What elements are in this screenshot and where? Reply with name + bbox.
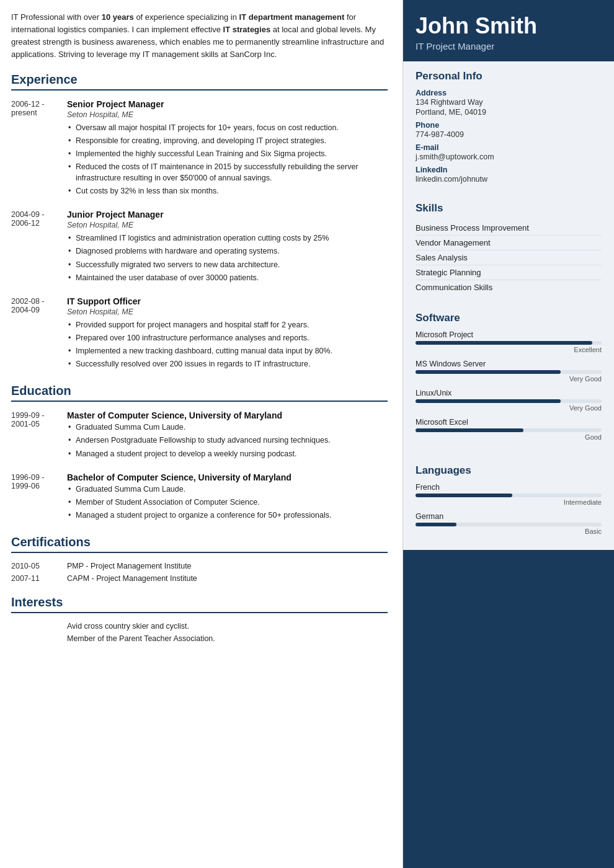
education-entry: 1999-09 -2001-05 Master of Computer Scie… xyxy=(11,410,388,461)
software-bar-fill xyxy=(416,370,561,374)
interests-title: Interests xyxy=(11,595,388,613)
software-bar-track xyxy=(416,341,602,345)
entry-bullets: Streamlined IT logistics and administrat… xyxy=(67,232,388,283)
software-level-label: Excellent xyxy=(416,346,602,353)
cert-name: CAPM - Project Management Institute xyxy=(67,574,197,583)
right-column: John Smith IT Project Manager Personal I… xyxy=(403,0,614,868)
skill-item: Sales Analysis xyxy=(416,250,602,265)
interest-entry: Member of the Parent Teacher Association… xyxy=(11,634,388,643)
cert-date: 2010-05 xyxy=(11,562,67,570)
language-bar-track xyxy=(416,523,602,526)
bullet-item: Andersen Postgraduate Fellowship to stud… xyxy=(67,435,388,446)
software-item: MS Windows Server Very Good xyxy=(416,360,602,383)
bullet-item: Diagnosed problems with hardware and ope… xyxy=(67,246,388,257)
skill-item: Strategic Planning xyxy=(416,265,602,280)
bullet-item: Member of Student Association of Compute… xyxy=(67,497,388,508)
phone-label: Phone xyxy=(416,121,602,130)
experience-title: Experience xyxy=(11,73,388,91)
entry-date: 2004-09 -2006-12 xyxy=(11,210,67,285)
bullet-item: Responsible for creating, improving, and… xyxy=(67,135,388,146)
skills-section: Skills Business Process ImprovementVendo… xyxy=(403,193,614,303)
linkedin-label: LinkedIn xyxy=(416,166,602,174)
software-bar-fill xyxy=(416,341,592,345)
entry-bullets: Graduated Summa Cum Laude.Andersen Postg… xyxy=(67,422,388,459)
software-bar-track xyxy=(416,399,602,403)
software-name: MS Windows Server xyxy=(416,360,602,368)
cert-entry: 2010-05 PMP - Project Management Institu… xyxy=(11,562,388,570)
entry-date: 2006-12 -present xyxy=(11,99,67,199)
address-label: Address xyxy=(416,89,602,97)
bullet-item: Managed a student project to develop a w… xyxy=(67,448,388,459)
entry-body: Bachelor of Computer Science, University… xyxy=(67,472,388,523)
entry-title: Master of Computer Science, University o… xyxy=(67,410,388,420)
interest-text: Avid cross country skier and cyclist. xyxy=(67,622,189,631)
profile-name: John Smith xyxy=(416,14,602,38)
linkedin-value: linkedin.com/johnutw xyxy=(416,175,602,184)
languages-title: Languages xyxy=(416,464,602,477)
bullet-item: Prepared over 100 infrastructure perform… xyxy=(67,332,388,343)
language-level-label: Intermediate xyxy=(416,498,602,506)
software-section: Software Microsoft Project Excellent MS … xyxy=(403,303,614,456)
bullet-item: Maintained the user database of over 300… xyxy=(67,272,388,283)
bullet-item: Graduated Summa Cum Laude. xyxy=(67,484,388,495)
entry-body: IT Support Officer Seton Hospital, ME Pr… xyxy=(67,296,388,372)
education-section: Education 1999-09 -2001-05 Master of Com… xyxy=(11,384,388,523)
left-column: IT Professional with over 10 years of ex… xyxy=(0,0,403,868)
language-item: French Intermediate xyxy=(416,483,602,506)
email-value: j.smith@uptowork.com xyxy=(416,153,602,161)
entry-body: Senior Project Manager Seton Hospital, M… xyxy=(67,99,388,199)
entry-subtitle: Seton Hospital, ME xyxy=(67,308,388,316)
entry-bullets: Graduated Summa Cum Laude.Member of Stud… xyxy=(67,484,388,521)
software-bar-track xyxy=(416,370,602,374)
email-label: E-mail xyxy=(416,143,602,152)
bullet-item: Oversaw all major hospital IT projects f… xyxy=(67,122,388,133)
software-bar-fill xyxy=(416,428,523,432)
skills-title: Skills xyxy=(416,202,602,215)
bullet-item: Cut costs by 32% in less than six months… xyxy=(67,185,388,197)
bullet-item: Implemented a new tracking dashboard, cu… xyxy=(67,345,388,356)
certifications-title: Certifications xyxy=(11,535,388,553)
entry-title: Junior Project Manager xyxy=(67,210,388,219)
skill-item: Communication Skills xyxy=(416,280,602,294)
personal-info-title: Personal Info xyxy=(416,70,602,82)
experience-entry: 2004-09 -2006-12 Junior Project Manager … xyxy=(11,210,388,285)
software-title: Software xyxy=(416,312,602,324)
experience-section: Experience 2006-12 -present Senior Proje… xyxy=(11,73,388,372)
languages-section: Languages French Intermediate German Bas… xyxy=(403,456,614,550)
language-bar-fill xyxy=(416,494,512,497)
interest-entry: Avid cross country skier and cyclist. xyxy=(11,622,388,631)
bullet-item: Graduated Summa Cum Laude. xyxy=(67,422,388,433)
address-line2: Portland, ME, 04019 xyxy=(416,108,602,117)
software-name: Microsoft Excel xyxy=(416,418,602,427)
entry-bullets: Oversaw all major hospital IT projects f… xyxy=(67,122,388,197)
bullet-item: Successfully resolved over 200 issues in… xyxy=(67,358,388,370)
bullet-item: Streamlined IT logistics and administrat… xyxy=(67,232,388,244)
cert-entry: 2007-11 CAPM - Project Management Instit… xyxy=(11,574,388,583)
experience-entry: 2002-08 -2004-09 IT Support Officer Seto… xyxy=(11,296,388,372)
profile-title: IT Project Manager xyxy=(416,41,602,51)
language-name: French xyxy=(416,483,602,492)
language-item: German Basic xyxy=(416,512,602,535)
phone-value: 774-987-4009 xyxy=(416,130,602,139)
entry-body: Junior Project Manager Seton Hospital, M… xyxy=(67,210,388,285)
cert-name: PMP - Project Management Institute xyxy=(67,562,192,570)
software-item: Microsoft Project Excellent xyxy=(416,330,602,353)
bullet-item: Managed a student project to organize a … xyxy=(67,510,388,521)
experience-entry: 2006-12 -present Senior Project Manager … xyxy=(11,99,388,199)
entry-subtitle: Seton Hospital, ME xyxy=(67,110,388,119)
language-bar-fill xyxy=(416,523,456,526)
entry-date: 1996-09 -1999-06 xyxy=(11,472,67,523)
bullet-item: Implemented the highly successful Lean T… xyxy=(67,148,388,159)
bullet-item: Successfully migrated two servers to new… xyxy=(67,259,388,270)
language-level-label: Basic xyxy=(416,528,602,535)
entry-title: IT Support Officer xyxy=(67,296,388,306)
entry-title: Senior Project Manager xyxy=(67,99,388,109)
software-item: Linux/Unix Very Good xyxy=(416,389,602,412)
software-level-label: Good xyxy=(416,433,602,441)
entry-title: Bachelor of Computer Science, University… xyxy=(67,472,388,482)
cert-date: 2007-11 xyxy=(11,574,67,583)
entry-bullets: Provided support for project managers an… xyxy=(67,319,388,370)
profile-header: John Smith IT Project Manager xyxy=(403,0,614,61)
education-title: Education xyxy=(11,384,388,402)
software-bar-track xyxy=(416,428,602,432)
